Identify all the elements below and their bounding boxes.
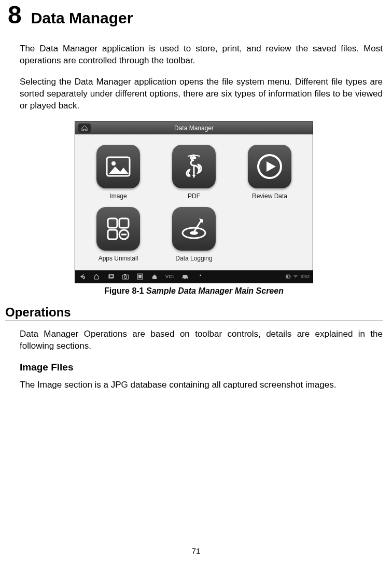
back-icon[interactable] [78,273,86,280]
recent-icon[interactable] [107,273,115,280]
figure-label-prefix: Figure 8-1 [104,286,146,295]
vci-label: VCI [165,274,174,279]
chapter-title: Data Manager [31,9,133,27]
section-rule [5,321,383,321]
paragraph-intro-2: Selecting the Data Manager application o… [20,76,383,112]
clock-text: 8:52 [300,274,310,279]
image-icon [96,145,140,188]
screenshot-icon[interactable] [136,273,144,280]
device-screenshot: Data Manager Image [75,121,313,283]
svg-rect-5 [108,230,117,239]
home-icon[interactable] [78,123,91,133]
chapter-number: 8 [8,3,22,27]
battery-icon [286,274,291,279]
figure-caption: Figure 8-1 Sample Data Manager Main Scre… [104,286,284,296]
svg-point-22 [296,277,297,278]
tool-icon[interactable] [196,273,203,280]
tile-label: Data Logging [175,255,212,262]
tile-data-logging[interactable]: Data Logging [165,207,222,262]
paragraph-operations: Data Manager Operations are based on too… [20,328,383,352]
tile-review-data[interactable]: Review Data [241,145,298,200]
paragraph-intro-1: The Data Manager application is used to … [20,43,383,67]
tile-label: Review Data [252,192,287,200]
tile-apps-uninstall[interactable]: Apps Uninstall [90,207,147,262]
svg-rect-21 [286,276,288,278]
tile-pdf[interactable]: PDF [165,145,222,200]
chapter-heading: 8 Data Manager [8,3,383,27]
svg-rect-16 [138,275,142,278]
device-content: Image PDF Review Data [75,134,313,270]
svg-point-1 [111,161,116,166]
diag-home-icon[interactable] [151,273,158,280]
svg-rect-3 [108,218,117,228]
data-logging-icon [172,207,216,251]
apps-uninstall-icon [96,207,140,251]
device-title: Data Manager [174,125,214,132]
svg-point-13 [124,276,127,278]
figure-label-title: Sample Data Manager Main Screen [146,286,284,295]
page-number: 71 [0,546,392,555]
paragraph-image-files: The Image section is a JPG database cont… [20,379,383,391]
pdf-icon [172,145,216,188]
tile-label: Apps Uninstall [99,255,138,262]
svg-rect-20 [290,276,291,277]
home-icon[interactable] [93,273,100,280]
svg-rect-4 [119,218,129,228]
device-bottombar: VCI 8:52 [75,270,313,283]
svg-point-17 [183,278,184,279]
play-icon [248,145,291,188]
camera-icon[interactable] [122,273,129,280]
section-operations-heading: Operations [5,305,383,320]
figure-8-1: Data Manager Image [5,121,383,296]
car-icon[interactable] [181,273,189,280]
wifi-icon [293,274,298,279]
device-topbar: Data Manager [75,122,313,134]
svg-rect-14 [124,274,126,275]
status-right: 8:52 [286,274,310,279]
tile-image[interactable]: Image [90,145,147,200]
tile-label: Image [109,192,127,200]
svg-point-18 [186,278,187,279]
tile-label: PDF [188,192,200,200]
subsection-image-files-heading: Image Files [20,362,383,373]
